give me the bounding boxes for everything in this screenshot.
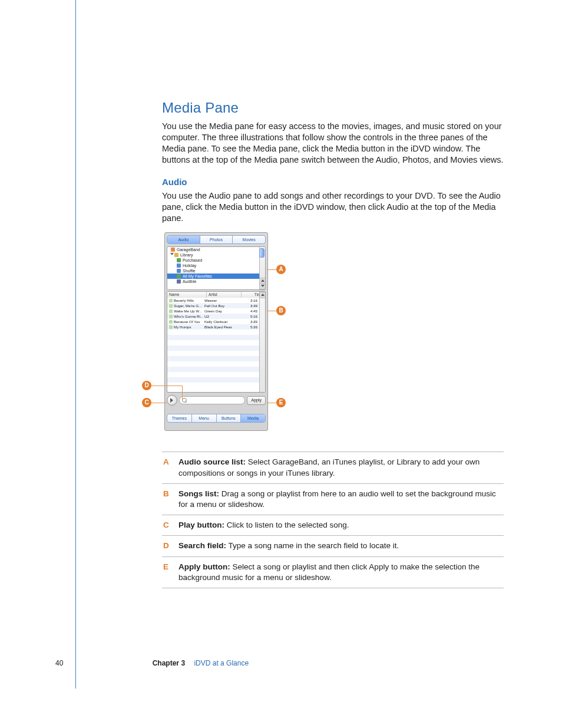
legend-key: E	[162, 562, 178, 583]
legend-row-c: C Play button: Click to listen to the se…	[162, 515, 504, 535]
bottom-tab-segmented[interactable]: Themes Menu Buttons Media	[167, 414, 266, 423]
leader-b	[267, 311, 276, 311]
col-name[interactable]: Name	[167, 292, 207, 298]
scrollbar[interactable]	[259, 247, 265, 289]
scrollbar[interactable]	[259, 292, 265, 392]
paragraph-audio: You use the Audio pane to add songs and …	[162, 190, 504, 224]
song-row[interactable]: Beverly HillsWeezer3:16	[167, 298, 260, 303]
song-icon	[169, 325, 173, 329]
song-icon	[169, 309, 173, 313]
tab-audio[interactable]: Audio	[167, 236, 200, 243]
chapter-title: iDVD at a Glance	[187, 659, 249, 667]
source-all-my-favorites[interactable]: All My Favorites	[183, 274, 212, 278]
leader-c	[151, 403, 167, 403]
play-button[interactable]	[167, 395, 177, 406]
heading-audio: Audio	[162, 176, 504, 188]
song-row	[167, 356, 260, 361]
legend-row-e: E Apply button: Select a song or playlis…	[162, 556, 504, 588]
audible-icon	[177, 279, 181, 284]
page-footer: 40 Chapter 3 iDVD at a Glance	[55, 659, 249, 667]
margin-rule	[75, 0, 76, 689]
tab-themes[interactable]: Themes	[167, 414, 192, 422]
song-icon	[169, 304, 173, 308]
chapter-label: Chapter 3	[65, 659, 185, 667]
smart-playlist-icon	[177, 269, 181, 273]
song-icon	[169, 320, 173, 324]
source-garageband[interactable]: GarageBand	[177, 248, 200, 252]
song-row	[167, 330, 260, 335]
heading-media-pane: Media Pane	[162, 98, 504, 117]
playlist-icon	[177, 274, 181, 278]
song-row	[167, 377, 260, 383]
source-holiday[interactable]: Holiday	[183, 263, 196, 268]
tab-buttons[interactable]: Buttons	[217, 414, 242, 422]
paragraph-media-pane: You use the Media pane for easy access t…	[162, 121, 504, 166]
legend-row-b: B Songs list: Drag a song or playlist fr…	[162, 483, 504, 515]
song-row[interactable]: Sugar, We're G...Fall Out Boy3:49	[167, 303, 260, 308]
song-row[interactable]: Because Of YouKelly Clarkson3:39	[167, 319, 260, 324]
apply-button[interactable]: Apply	[247, 396, 266, 405]
scroll-up-icon[interactable]	[260, 292, 265, 298]
song-row	[167, 335, 260, 340]
leader-e	[267, 403, 276, 403]
legend-key: A	[162, 457, 178, 478]
song-icon	[169, 299, 173, 302]
col-artist[interactable]: Artist	[207, 292, 242, 298]
audio-source-list[interactable]: GarageBand Library Purchased Holiday Shu…	[167, 246, 266, 290]
song-row	[167, 340, 260, 345]
song-row	[167, 367, 260, 372]
source-purchased[interactable]: Purchased	[183, 258, 202, 262]
leader-d-v	[182, 386, 183, 400]
source-shuffle[interactable]: Shuffle	[183, 269, 196, 273]
top-tab-segmented[interactable]: Audio Photos Movies	[167, 235, 266, 244]
song-row[interactable]: Wake Me Up W...Green Day4:45	[167, 308, 260, 314]
song-row	[167, 345, 260, 351]
scroll-down-icon[interactable]	[260, 283, 265, 289]
legend-key: C	[162, 520, 178, 531]
tab-media[interactable]: Media	[241, 414, 265, 422]
legend-desc: Drag a song or playlist from here to an …	[178, 489, 496, 509]
callout-a: A	[276, 265, 286, 274]
legend-row-a: A Audio source list: Select GarageBand, …	[162, 452, 504, 483]
source-library[interactable]: Library	[180, 253, 193, 257]
song-row[interactable]: My HumpsBlack Eyed Peas5:26	[167, 324, 260, 330]
tab-movies[interactable]: Movies	[233, 236, 265, 243]
legend-key: B	[162, 489, 178, 510]
song-row	[167, 351, 260, 356]
tab-photos[interactable]: Photos	[200, 236, 233, 243]
song-icon	[169, 315, 173, 318]
playlist-icon	[177, 258, 181, 262]
legend-row-d: D Search field: Type a song name in the …	[162, 535, 504, 556]
source-audible[interactable]: Audible	[183, 279, 196, 284]
leader-d-h	[151, 386, 182, 386]
legend-term: Audio source list:	[178, 457, 246, 466]
legend-term: Play button:	[178, 521, 224, 529]
songs-list[interactable]: Name Artist Time Beverly HillsWeezer3:16…	[167, 291, 266, 393]
smart-playlist-icon	[177, 263, 181, 268]
callout-d: D	[142, 381, 151, 390]
legend-desc: Type a song name in the search field to …	[226, 541, 399, 550]
garageband-icon	[171, 248, 175, 252]
search-input[interactable]	[179, 396, 245, 404]
scroll-thumb[interactable]	[259, 248, 265, 258]
leader-a	[267, 269, 276, 270]
song-row	[167, 372, 260, 377]
media-pane-screenshot: Audio Photos Movies GarageBand Library P…	[164, 232, 268, 431]
tab-menu[interactable]: Menu	[192, 414, 217, 422]
legend-term: Songs list:	[178, 489, 219, 498]
legend-desc: Click to listen to the selected song.	[224, 521, 349, 529]
legend-key: D	[162, 541, 178, 551]
song-row	[167, 361, 260, 367]
legend-term: Apply button:	[178, 562, 230, 571]
page-number: 40	[55, 659, 63, 667]
song-row[interactable]: Who's Gonna Ri...U25:16	[167, 314, 260, 319]
callout-legend: A Audio source list: Select GarageBand, …	[162, 452, 504, 588]
callout-b: B	[276, 306, 286, 315]
callout-c: C	[142, 398, 151, 407]
disclosure-triangle-icon[interactable]	[170, 253, 174, 255]
legend-term: Search field:	[178, 541, 226, 550]
library-icon	[174, 253, 178, 257]
callout-e: E	[276, 398, 286, 407]
